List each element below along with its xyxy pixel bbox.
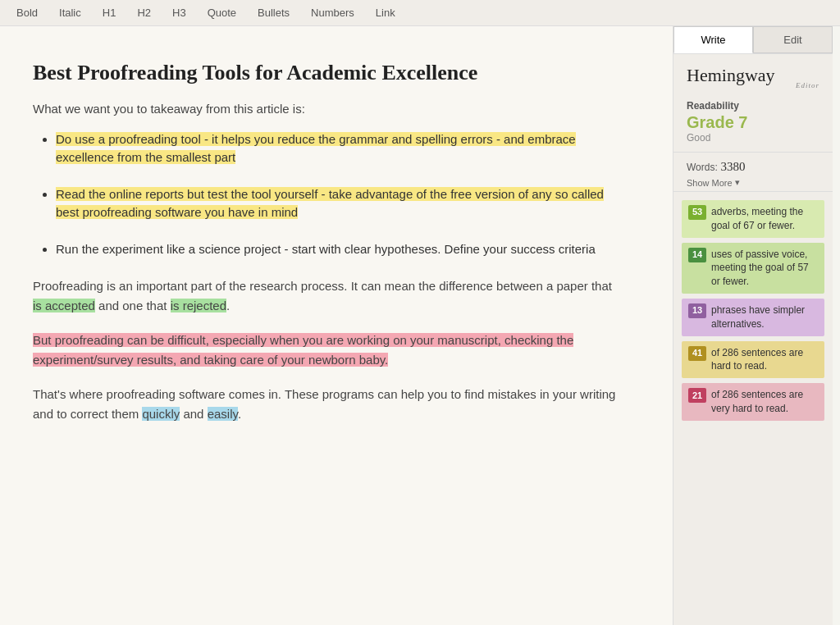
phrases-text: phrases have simpler alternatives.: [711, 303, 818, 331]
hard-badge: 41: [688, 346, 706, 361]
para3-easily: easily: [208, 407, 238, 421]
para1-after: .: [226, 299, 230, 312]
para3-mid: and: [180, 407, 207, 421]
para3-before: That's where proofreading software comes…: [33, 387, 615, 421]
words-label: Words:: [687, 162, 718, 173]
para3-quickly: quickly: [142, 407, 180, 421]
intro-text: What we want you to takeaway from this a…: [33, 102, 623, 116]
words-section: Words: 3380 Show More ▾: [673, 153, 833, 192]
bullet-item-3: Run the experiment like a science projec…: [56, 240, 623, 259]
adverbs-badge: 53: [688, 205, 706, 220]
very-hard-text: of 286 sentences are very hard to read.: [711, 388, 818, 416]
toolbar-quote[interactable]: Quote: [204, 5, 240, 21]
sidebar-tabs: Write Edit: [673, 26, 833, 54]
readability-label: Readability: [687, 100, 819, 112]
bullet-item-2: Read the online reports but test the too…: [56, 185, 623, 222]
toolbar-link[interactable]: Link: [372, 5, 399, 21]
bullet-item-1: Do use a proofreading tool - it helps yo…: [56, 130, 623, 167]
passive-badge: 14: [688, 248, 706, 262]
para3-after: .: [238, 407, 241, 421]
para1-middle: and one that: [95, 299, 171, 312]
toolbar: Bold Italic H1 H2 H3 Quote Bullets Numbe…: [0, 0, 840, 26]
hard-text: of 286 sentences are hard to read.: [711, 346, 818, 374]
toolbar-h2[interactable]: H2: [134, 5, 154, 21]
show-more-button[interactable]: Show More ▾: [687, 177, 819, 188]
paragraph-2: But proofreading can be difficult, espec…: [33, 331, 623, 370]
chevron-down-icon: ▾: [735, 177, 740, 188]
paragraph-3: That's where proofreading software comes…: [33, 385, 623, 424]
grade-value: Grade 7: [687, 113, 819, 132]
article-title: Best Proofreading Tools for Academic Exc…: [33, 59, 623, 87]
adverbs-text: adverbs, meeting the goal of 67 or fewer…: [711, 205, 818, 233]
paragraph-1: Proofreading is an important part of the…: [33, 276, 623, 316]
stats-section: 53 adverbs, meeting the goal of 67 or fe…: [673, 192, 833, 421]
stat-passive[interactable]: 14 uses of passive voice, meeting the go…: [682, 243, 824, 294]
logo-text: Hemingway: [687, 65, 775, 85]
para2-highlighted: But proofreading can be difficult, espec…: [33, 333, 573, 367]
very-hard-badge: 21: [688, 388, 706, 403]
bullet-1-highlighted: Do use a proofreading tool - it helps yo…: [56, 132, 576, 165]
stat-very-hard[interactable]: 21 of 286 sentences are very hard to rea…: [682, 383, 824, 421]
editor-area[interactable]: Best Proofreading Tools for Academic Exc…: [0, 26, 673, 625]
tab-write[interactable]: Write: [673, 26, 753, 53]
toolbar-italic[interactable]: Italic: [56, 5, 84, 21]
toolbar-h1[interactable]: H1: [99, 5, 120, 21]
stat-phrases[interactable]: 13 phrases have simpler alternatives.: [682, 299, 824, 336]
toolbar-bold[interactable]: Bold: [13, 5, 41, 21]
stat-hard[interactable]: 41 of 286 sentences are hard to read.: [682, 341, 824, 379]
para1-accepted: is accepted: [33, 299, 95, 312]
toolbar-h3[interactable]: H3: [169, 5, 189, 21]
sidebar: Write Edit Hemingway Editor Readability …: [673, 26, 833, 625]
show-more-label: Show More: [687, 178, 733, 188]
passive-text: uses of passive voice, meeting the goal …: [711, 248, 818, 289]
stat-adverbs[interactable]: 53 adverbs, meeting the goal of 67 or fe…: [682, 200, 824, 238]
main-layout: Best Proofreading Tools for Academic Exc…: [0, 26, 840, 625]
toolbar-bullets[interactable]: Bullets: [254, 5, 293, 21]
para1-before: Proofreading is an important part of the…: [33, 279, 612, 293]
words-line: Words: 3380: [687, 159, 819, 174]
bullet-2-highlighted: Read the online reports but test the too…: [56, 187, 604, 220]
words-count: 3380: [721, 160, 746, 173]
hemingway-logo: Hemingway Editor: [673, 54, 833, 95]
tab-edit[interactable]: Edit: [753, 26, 833, 53]
grade-desc: Good: [687, 132, 819, 144]
phrases-badge: 13: [688, 303, 706, 318]
toolbar-numbers[interactable]: Numbers: [308, 5, 358, 21]
readability-section: Readability Grade 7 Good: [673, 95, 833, 153]
bullet-list: Do use a proofreading tool - it helps yo…: [56, 130, 623, 259]
para1-rejected: is rejected: [171, 299, 226, 312]
